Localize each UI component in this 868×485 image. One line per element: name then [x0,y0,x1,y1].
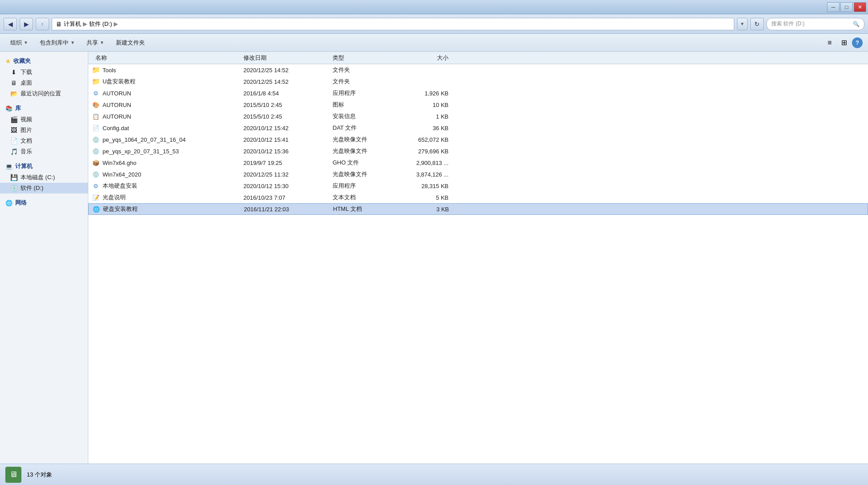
file-date: 2020/10/12 15:30 [243,183,333,189]
file-name-text: 本地硬盘安装 [103,182,137,190]
network-icon: 🌐 [5,200,12,206]
file-type: GHO 文件 [333,159,404,167]
file-icon: 📋 [92,112,100,120]
forward-button[interactable]: ▶ [20,18,33,30]
breadcrumb-drive[interactable]: 软件 (D:) [89,20,112,28]
table-row[interactable]: 💿 pe_yqs_1064_20_07_31_16_04 2020/10/12 … [88,134,868,145]
file-name-text: 硬盘安装教程 [103,205,138,213]
sidebar-item-label: 本地磁盘 (C:) [21,173,55,181]
archive-button[interactable]: 包含到库中 ▼ [35,37,80,49]
col-type-header[interactable]: 类型 [333,54,404,62]
up-button[interactable]: ↑ [36,18,49,30]
file-icon: 📁 [92,66,100,74]
table-row[interactable]: 💿 Win7x64_2020 2020/12/25 11:32 光盘映像文件 3… [88,169,868,180]
table-row[interactable]: 🎨 AUTORUN 2015/5/10 2:45 图标 10 KB [88,99,868,111]
file-name-text: pe_yqs_1064_20_07_31_16_04 [103,136,186,143]
file-size: 1 KB [404,113,457,120]
window-controls: ─ □ ✕ [827,2,866,12]
file-type: 图标 [333,101,404,109]
sidebar-item-document[interactable]: 📄 文档 [0,136,88,146]
table-row[interactable]: 📁 U盘安装教程 2020/12/25 14:52 文件夹 [88,76,868,87]
table-row[interactable]: ⚙ 本地硬盘安装 2020/10/12 15:30 应用程序 28,315 KB [88,180,868,192]
maximize-button[interactable]: □ [840,2,853,12]
network-label: 网络 [15,199,27,207]
file-type: 文件夹 [333,78,404,86]
sidebar-item-label: 图片 [21,126,32,134]
status-app-icon: 🖥 [5,467,21,483]
table-row[interactable]: ⚙ AUTORUN 2016/1/8 4:54 应用程序 1,926 KB [88,87,868,99]
network-section: 🌐 网络 [0,197,88,209]
file-date: 2020/12/25 14:52 [243,67,333,74]
sidebar-item-desktop[interactable]: 🖥 桌面 [0,78,88,88]
table-row[interactable]: 💿 pe_yqs_xp_20_07_31_15_53 2020/10/12 15… [88,145,868,157]
breadcrumb[interactable]: 🖥 计算机 ▶ 软件 (D:) ▶ [52,18,734,30]
file-date: 2016/1/8 4:54 [243,90,333,97]
table-row[interactable]: 📁 Tools 2020/12/25 14:52 文件夹 [88,64,868,76]
breadcrumb-computer[interactable]: 计算机 [64,20,81,28]
sidebar-item-download[interactable]: ⬇ 下载 [0,67,88,78]
share-button[interactable]: 共享 ▼ [82,37,109,49]
table-row[interactable]: 📋 AUTORUN 2015/5/10 2:45 安装信息 1 KB [88,111,868,122]
sidebar-item-label: 下载 [21,68,32,76]
file-size: 3 KB [404,206,458,213]
search-placeholder: 搜索 软件 (D:) [771,20,805,28]
organize-arrow: ▼ [24,40,28,45]
recent-icon: 📂 [10,90,18,98]
table-row[interactable]: 📄 Config.dat 2020/10/12 15:42 DAT 文件 36 … [88,122,868,134]
sidebar-item-d-drive[interactable]: 💿 软件 (D:) [0,183,88,193]
file-name-text: Win7x64.gho [103,160,136,166]
sidebar-item-label: 桌面 [21,79,32,87]
file-date: 2015/5/10 2:45 [243,102,333,108]
computer-header[interactable]: 💻 计算机 [0,160,88,172]
title-bar: ─ □ ✕ [0,0,868,14]
file-type: 安装信息 [333,112,404,120]
file-date: 2020/10/12 15:41 [243,136,333,143]
network-header[interactable]: 🌐 网络 [0,197,88,209]
breadcrumb-icon: 🖥 [56,21,62,28]
library-label: 库 [15,104,21,112]
new-folder-button[interactable]: 新建文件夹 [111,37,150,49]
file-type: 应用程序 [333,182,404,190]
sidebar-item-picture[interactable]: 🖼 图片 [0,125,88,136]
sidebar-item-recent[interactable]: 📂 最近访问的位置 [0,88,88,99]
search-bar[interactable]: 搜索 软件 (D:) 🔍 [766,18,864,30]
view-button2[interactable]: ⊞ [838,37,850,49]
file-name-text: Config.dat [103,125,129,132]
breadcrumb-sep1: ▶ [83,21,87,27]
file-date: 2015/5/10 2:45 [243,113,333,120]
file-icon: 🌐 [92,205,100,213]
sidebar-item-video[interactable]: 🎬 视频 [0,114,88,125]
sidebar-item-c-drive[interactable]: 💾 本地磁盘 (C:) [0,172,88,183]
view-button[interactable]: ≡ [823,37,836,49]
sidebar-item-music[interactable]: 🎵 音乐 [0,146,88,157]
col-date-header[interactable]: 修改日期 [243,54,333,62]
minimize-button[interactable]: ─ [827,2,839,12]
organize-button[interactable]: 组织 ▼ [5,37,33,49]
computer-section: 💻 计算机 💾 本地磁盘 (C:) 💿 软件 (D:) [0,160,88,193]
c-drive-icon: 💾 [10,173,18,181]
help-button[interactable]: ? [852,37,863,48]
close-button[interactable]: ✕ [854,2,866,12]
table-row[interactable]: 📦 Win7x64.gho 2019/9/7 19:25 GHO 文件 2,90… [88,157,868,169]
file-type: 光盘映像文件 [333,170,404,178]
favorites-header[interactable]: ★ 收藏夹 [0,55,88,67]
favorites-label: 收藏夹 [13,57,31,65]
organize-label: 组织 [10,39,22,47]
file-size: 1,926 KB [404,90,457,97]
computer-icon: 💻 [5,163,12,170]
table-row[interactable]: 🌐 硬盘安装教程 2016/11/21 22:03 HTML 文档 3 KB [88,203,868,215]
desktop-icon: 🖥 [10,79,18,87]
file-type: 文件夹 [333,66,404,74]
file-size: 652,072 KB [404,136,457,143]
col-size-header[interactable]: 大小 [404,54,457,62]
status-count: 13 个对象 [27,471,52,479]
back-button[interactable]: ◀ [4,18,17,30]
refresh-button[interactable]: ↻ [750,18,764,30]
file-name-text: Tools [103,67,116,74]
breadcrumb-sep2: ▶ [114,21,118,27]
table-row[interactable]: 📝 光盘说明 2016/10/23 7:07 文本文档 5 KB [88,192,868,203]
library-header[interactable]: 📚 库 [0,103,88,114]
share-label: 共享 [86,39,98,47]
col-name-header[interactable]: 名称 [92,54,243,62]
address-dropdown[interactable]: ▼ [737,18,748,30]
